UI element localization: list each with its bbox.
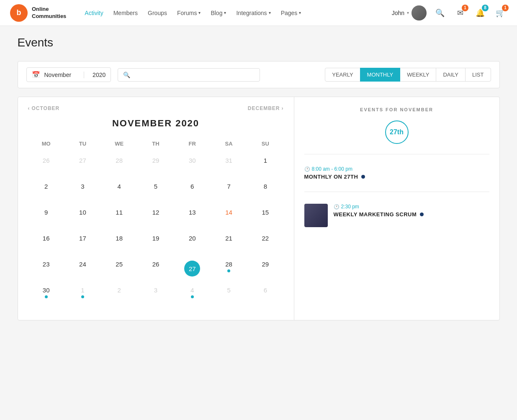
event-info: 🕐2:30 pmWEEKLY MARKETING SCRUM <box>334 204 489 218</box>
calendar-day[interactable]: 9 <box>28 204 64 230</box>
logo-icon: b <box>10 4 28 22</box>
calendar-day[interactable]: 18 <box>101 230 137 256</box>
day-number: 30 <box>30 287 63 294</box>
month-title: NOVEMBER 2020 <box>28 118 284 129</box>
day-number: 31 <box>212 157 245 164</box>
calendar-day[interactable]: 1 <box>247 152 283 178</box>
day-number: 17 <box>66 235 99 242</box>
day-number: 24 <box>66 261 99 268</box>
calendar-day[interactable]: 29 <box>247 256 283 282</box>
day-number: 2 <box>103 287 136 294</box>
avatar <box>412 5 427 20</box>
messages-button[interactable]: ✉ 1 <box>453 6 467 20</box>
next-month-button[interactable]: DECEMBER › <box>248 105 284 111</box>
event-item[interactable]: 🕐8:00 am - 6:00 pmMONTHLY ON 27TH <box>304 161 489 185</box>
day-number: 22 <box>249 235 282 242</box>
calendar-day[interactable]: 4 <box>101 178 137 204</box>
caret-icon: ▾ <box>299 10 301 15</box>
calendar-day[interactable]: 4 <box>174 282 211 307</box>
calendar-main: ‹ OCTOBER DECEMBER › NOVEMBER 2020 MOTUW… <box>18 97 294 320</box>
calendar-day[interactable]: 13 <box>174 204 211 230</box>
calendar-day[interactable]: 5 <box>211 282 247 307</box>
nav-link-groups[interactable]: Groups <box>148 1 167 25</box>
event-status-dot <box>361 175 365 179</box>
calendar-day[interactable]: 26 <box>137 256 174 282</box>
calendar-day[interactable]: 17 <box>64 230 101 256</box>
logo[interactable]: b OnlineCommunities <box>10 4 66 22</box>
events-list: 🕐8:00 am - 6:00 pmMONTHLY ON 27TH🕐2:30 p… <box>304 161 489 232</box>
calendar-day[interactable]: 22 <box>247 230 283 256</box>
calendar-day[interactable]: 31 <box>211 152 247 178</box>
calendar-day[interactable]: 15 <box>247 204 283 230</box>
calendar-day[interactable]: 1 <box>64 282 101 307</box>
calendar-day[interactable]: 16 <box>28 230 64 256</box>
calendar-day[interactable]: 8 <box>247 178 283 204</box>
search-button[interactable]: 🔍 <box>433 6 447 20</box>
calendar-day[interactable]: 21 <box>211 230 247 256</box>
page-title: Events <box>18 36 500 49</box>
nav-link-pages[interactable]: Pages▾ <box>281 1 301 25</box>
day-number: 19 <box>139 235 172 242</box>
calendar-day[interactable]: 11 <box>101 204 137 230</box>
cart-button[interactable]: 🛒 1 <box>494 6 507 20</box>
nav-link-forums[interactable]: Forums▾ <box>177 1 201 25</box>
event-title-row: MONTHLY ON 27TH <box>304 174 489 180</box>
calendar-week-0: 2627282930311 <box>28 152 284 178</box>
day-number: 27 <box>184 261 200 277</box>
calendar-day[interactable]: 6 <box>247 282 283 307</box>
event-time: 🕐2:30 pm <box>334 204 489 210</box>
calendar-day[interactable]: 2 <box>28 178 64 204</box>
view-tab-weekly[interactable]: WEEKLY <box>400 68 436 82</box>
calendar-day[interactable]: 5 <box>137 178 174 204</box>
view-tab-daily[interactable]: DAILY <box>436 68 466 82</box>
selected-date-circle[interactable]: 27th <box>385 120 409 144</box>
calendar-day[interactable]: 2 <box>101 282 137 307</box>
calendar-day[interactable]: 24 <box>64 256 101 282</box>
nav-link-members[interactable]: Members <box>113 1 138 25</box>
calendar-day[interactable]: 30 <box>28 282 64 307</box>
clock-icon: 🕐 <box>304 166 310 172</box>
notifications-button[interactable]: 🔔 8 <box>473 6 487 20</box>
event-divider <box>304 192 489 192</box>
event-item[interactable]: 🕐2:30 pmWEEKLY MARKETING SCRUM <box>304 199 489 232</box>
calendar-day[interactable]: 27 <box>64 152 101 178</box>
nav-link-integrations[interactable]: Integrations▾ <box>236 1 270 25</box>
view-tab-monthly[interactable]: MONTHLY <box>360 68 401 82</box>
view-tab-list[interactable]: LIST <box>465 68 491 82</box>
calendar-day[interactable]: 14 <box>211 204 247 230</box>
calendar-day[interactable]: 3 <box>64 178 101 204</box>
calendar-day[interactable]: 29 <box>137 152 174 178</box>
calendar-day[interactable]: 27 <box>174 256 211 282</box>
day-header-su: SU <box>247 139 283 149</box>
calendar-day[interactable]: 19 <box>137 230 174 256</box>
calendar-day[interactable]: 28 <box>101 152 137 178</box>
day-headers: MOTUWETHFRSASU <box>28 139 284 149</box>
calendar-day[interactable]: 23 <box>28 256 64 282</box>
day-number: 6 <box>249 287 282 294</box>
calendar-day[interactable]: 6 <box>174 178 211 204</box>
calendar-day[interactable]: 28 <box>211 256 247 282</box>
calendar-day[interactable]: 7 <box>211 178 247 204</box>
prev-month-button[interactable]: ‹ OCTOBER <box>28 105 60 111</box>
day-number: 26 <box>30 157 63 164</box>
event-search[interactable]: 🔍 <box>118 68 260 82</box>
calendar-day[interactable]: 3 <box>137 282 174 307</box>
month-picker[interactable]: 📅 November 2020 <box>26 67 111 82</box>
event-title-text: MONTHLY ON 27TH <box>304 174 358 180</box>
day-number: 10 <box>66 209 99 216</box>
event-status-dot <box>420 213 424 216</box>
calendar-day[interactable]: 12 <box>137 204 174 230</box>
calendar-day[interactable]: 26 <box>28 152 64 178</box>
nav-link-activity[interactable]: Activity <box>85 1 103 25</box>
day-number: 11 <box>103 209 136 216</box>
user-menu[interactable]: John ▾ <box>392 5 427 20</box>
day-number: 3 <box>66 183 99 190</box>
calendar-day[interactable]: 20 <box>174 230 211 256</box>
event-time-label: 8:00 am - 6:00 pm <box>312 166 352 172</box>
calendar-day[interactable]: 10 <box>64 204 101 230</box>
nav-link-blog[interactable]: Blog▾ <box>211 1 226 25</box>
calendar-day[interactable]: 25 <box>101 256 137 282</box>
day-number: 28 <box>212 261 245 268</box>
calendar-day[interactable]: 30 <box>174 152 211 178</box>
view-tab-yearly[interactable]: YEARLY <box>325 68 360 82</box>
